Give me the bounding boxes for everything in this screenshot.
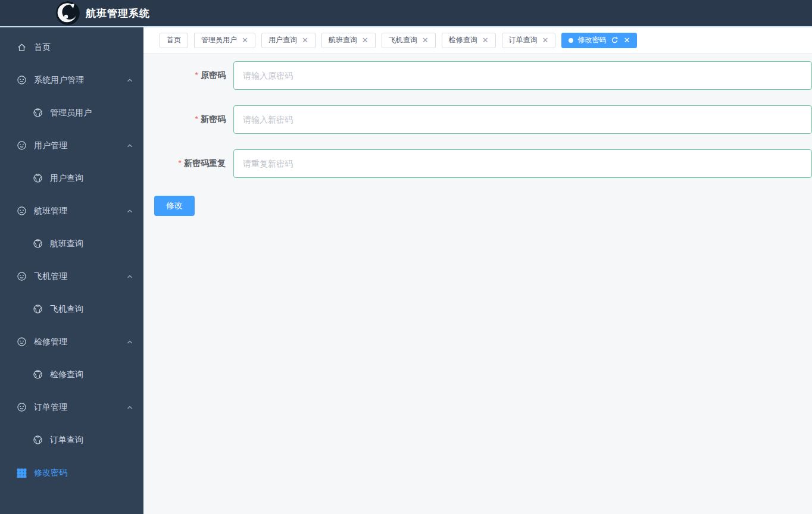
sidebar-item-label: 飞机管理 [34,271,67,282]
close-icon[interactable]: ✕ [302,36,308,44]
sidebar-item-plane-query[interactable]: 飞机查询 [0,293,143,325]
home-icon [17,42,27,52]
sidebar-item-label: 系统用户管理 [34,75,84,86]
sidebar: 首页 系统用户管理 管理员用户 用户管理 [0,27,143,514]
chevron-up-icon [126,272,134,281]
sidebar-item-label: 首页 [34,42,51,53]
form-row-repeat-password: *新密码重复 [143,149,812,178]
eleme-circle-icon [17,75,27,85]
sidebar-group-order-mgmt[interactable]: 订单管理 [0,391,143,424]
tab-label: 用户查询 [268,35,297,45]
sidebar-item-label: 检修管理 [34,337,67,347]
form-row-new-password: *新密码 [143,105,812,134]
tab-label: 管理员用户 [201,35,237,45]
tab-flight-query[interactable]: 航班查询 ✕ [321,33,376,48]
refresh-icon[interactable] [611,36,619,44]
sidebar-item-label: 用户管理 [34,140,67,151]
sidebar-item-order-query[interactable]: 订单查询 [0,424,143,456]
required-mark: * [179,158,182,168]
sidebar-item-label: 航班管理 [34,206,67,217]
field-label: *原密码 [143,70,233,81]
tab-label: 飞机查询 [389,35,417,45]
tab-label: 首页 [167,35,181,45]
sidebar-item-label: 飞机查询 [50,304,83,315]
app-logo-icon [56,1,80,25]
sidebar-item-admin-users[interactable]: 管理员用户 [0,96,143,129]
old-password-input[interactable] [233,61,812,90]
required-mark: * [195,114,198,124]
tab-home[interactable]: 首页 [160,33,188,48]
app-title: 航班管理系统 [86,7,150,20]
chevron-up-icon [126,207,134,215]
eleme-circle-icon [17,271,27,281]
football-icon [33,369,43,380]
sidebar-item-change-password[interactable]: 修改密码 [0,456,143,489]
sidebar-item-label: 管理员用户 [50,108,92,118]
active-dot-icon [569,38,573,43]
close-icon[interactable]: ✕ [623,36,630,44]
eleme-circle-icon [17,206,27,216]
form-row-old-password: *原密码 [143,61,812,90]
football-icon [33,173,43,183]
tab-user-query[interactable]: 用户查询 ✕ [261,33,316,48]
change-password-form: *原密码 *新密码 *新密码重复 修改 [143,54,812,513]
close-icon[interactable]: ✕ [242,36,248,44]
tab-label: 订单查询 [509,35,538,45]
close-icon[interactable]: ✕ [482,36,489,44]
sidebar-group-user-mgmt[interactable]: 用户管理 [0,129,143,162]
sidebar-item-flight-query[interactable]: 航班查询 [0,227,143,260]
tab-order-query[interactable]: 订单查询 ✕ [502,33,556,48]
football-icon [33,108,43,118]
sidebar-item-user-query[interactable]: 用户查询 [0,162,143,195]
repeat-password-input[interactable] [233,149,812,178]
sidebar-item-label: 检修查询 [50,369,83,380]
sidebar-item-label: 订单查询 [50,435,83,446]
submit-button[interactable]: 修改 [154,196,195,216]
football-icon [33,435,43,445]
close-icon[interactable]: ✕ [362,36,368,44]
tab-plane-query[interactable]: 飞机查询 ✕ [382,33,436,48]
football-icon [33,239,43,249]
app-header: 航班管理系统 [0,0,812,27]
sidebar-item-label: 用户查询 [50,173,83,184]
grid-menu-icon [17,468,27,478]
field-label: *新密码重复 [143,158,233,169]
eleme-circle-icon [17,337,27,347]
close-icon[interactable]: ✕ [422,36,429,44]
tab-label: 修改密码 [577,35,606,45]
chevron-up-icon [126,76,134,84]
sidebar-item-home[interactable]: 首页 [0,31,143,64]
sidebar-group-plane-mgmt[interactable]: 飞机管理 [0,260,143,293]
sidebar-group-system-users[interactable]: 系统用户管理 [0,64,143,96]
close-icon[interactable]: ✕ [542,36,549,44]
tab-admin-users[interactable]: 管理员用户 ✕ [194,33,255,48]
sidebar-item-label: 订单管理 [34,402,67,413]
sidebar-group-flight-mgmt[interactable]: 航班管理 [0,195,143,227]
tab-maintenance-query[interactable]: 检修查询 ✕ [442,33,496,48]
chevron-up-icon [126,338,134,346]
football-icon [33,304,43,314]
eleme-circle-icon [17,402,27,412]
sidebar-item-maintenance-query[interactable]: 检修查询 [0,358,143,391]
tab-label: 航班查询 [329,35,357,45]
tab-change-password[interactable]: 修改密码 ✕ [561,33,637,48]
new-password-input[interactable] [233,105,812,134]
tab-bar: 首页 管理员用户 ✕ 用户查询 ✕ 航班查询 ✕ 飞机查询 ✕ 检修查询 ✕ 订… [143,27,812,54]
chevron-up-icon [126,142,134,150]
main-area: 首页 管理员用户 ✕ 用户查询 ✕ 航班查询 ✕ 飞机查询 ✕ 检修查询 ✕ 订… [143,27,812,514]
sidebar-group-maintenance-mgmt[interactable]: 检修管理 [0,325,143,358]
field-label: *新密码 [143,114,233,125]
sidebar-item-label: 修改密码 [34,468,67,478]
tab-label: 检修查询 [449,35,477,45]
sidebar-item-label: 航班查询 [50,239,83,249]
chevron-up-icon [126,403,134,412]
required-mark: * [195,70,198,80]
eleme-circle-icon [17,140,27,151]
